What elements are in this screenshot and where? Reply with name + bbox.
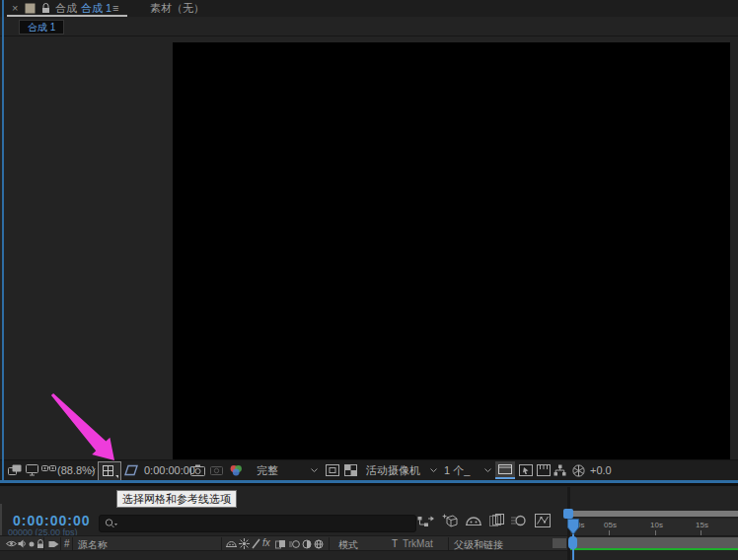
stereo-glasses-icon[interactable]: [41, 464, 56, 475]
preview-timecode[interactable]: 0:00:00:00: [144, 464, 195, 477]
collapse-transformations-icon[interactable]: [239, 538, 250, 549]
ruler-label: 15s: [696, 521, 708, 529]
chevron-down-icon[interactable]: [311, 468, 318, 473]
search-box[interactable]: [99, 515, 416, 532]
mask-visibility-icon[interactable]: [122, 464, 139, 476]
frame-blend-switch-icon[interactable]: [275, 539, 286, 549]
motion-blur-icon[interactable]: [511, 515, 526, 526]
snapshot-camera-icon[interactable]: [190, 464, 205, 476]
column-trkmat[interactable]: TrkMat: [403, 538, 433, 549]
panel-icon: [25, 3, 36, 14]
comp-chip[interactable]: 合成 1: [19, 20, 64, 35]
timeline-zoom-scrollbar[interactable]: [570, 511, 738, 517]
reset-exposure-icon[interactable]: [572, 464, 585, 477]
layer-columns-header: # 源名称 fx 模式 T TrkMat 父级和链接: [0, 535, 567, 551]
active-tab-underline: [7, 15, 127, 17]
ruler-label: 05s: [604, 521, 617, 529]
channel-rgb-icon[interactable]: [229, 464, 243, 476]
column-divider: [448, 537, 449, 550]
column-mode[interactable]: 模式: [338, 538, 358, 552]
transparency-grid-icon[interactable]: [344, 464, 357, 476]
column-preserve-transparency[interactable]: T: [392, 538, 398, 549]
column-parent-link[interactable]: 父级和链接: [454, 538, 503, 552]
column-divider: [43, 537, 44, 550]
close-icon[interactable]: ×: [12, 1, 18, 15]
camera-view-dropdown[interactable]: 活动摄像机: [366, 464, 420, 477]
adjustment-layer-icon[interactable]: [302, 539, 312, 549]
ruler-label: 10s: [650, 521, 663, 529]
mini-flowchart-icon[interactable]: [417, 516, 434, 527]
chevron-down-icon[interactable]: [484, 468, 491, 473]
search-icon[interactable]: [105, 519, 117, 529]
work-area-bar[interactable]: [570, 537, 738, 548]
tab-composition-label[interactable]: 合成: [55, 1, 77, 15]
draft-3d-icon[interactable]: [442, 514, 459, 528]
column-divider: [221, 537, 222, 550]
cached-frames-indicator: [570, 548, 738, 550]
ruler-tick: [701, 530, 701, 535]
timeline-button-icon[interactable]: [537, 464, 551, 476]
eye-icon[interactable]: [6, 539, 17, 548]
column-divider: [60, 537, 61, 550]
column-source-name[interactable]: 源名称: [78, 538, 108, 552]
graph-editor-icon[interactable]: [535, 514, 551, 527]
after-effects-window: × 合成 合成 1 ≡ 素材（无） 合成 1: [0, 0, 738, 560]
motion-blur-switch-icon[interactable]: [289, 539, 300, 549]
timeline-zoom-handle[interactable]: [563, 509, 573, 519]
tab-footage[interactable]: 素材（无）: [150, 1, 204, 15]
quality-icon[interactable]: [252, 538, 260, 549]
composition-frame[interactable]: [173, 42, 730, 460]
time-ruler[interactable]: 0s 05s 10s 15s: [570, 519, 738, 536]
always-preview-icon[interactable]: [8, 464, 22, 476]
column-divider: [329, 537, 330, 550]
panel-focus-border-left: [2, 0, 4, 484]
comp-flowchart-icon[interactable]: [554, 464, 566, 476]
shy-layers-icon[interactable]: [466, 516, 481, 526]
view-layout-dropdown[interactable]: 1 个_: [444, 464, 470, 477]
column-divider: [72, 537, 73, 550]
display-icon[interactable]: [26, 464, 38, 476]
3d-layer-icon[interactable]: [314, 539, 324, 549]
exposure-value[interactable]: +0.0: [590, 464, 612, 477]
tooltip: 选择网格和参考线选项: [116, 490, 237, 508]
panel-menu-icon[interactable]: ≡: [112, 1, 118, 15]
column-number[interactable]: #: [64, 538, 70, 549]
tab-composition-name[interactable]: 合成 1: [81, 1, 111, 15]
playhead-head-icon[interactable]: [567, 519, 579, 535]
audio-icon[interactable]: [18, 539, 27, 548]
search-input[interactable]: [121, 517, 411, 530]
ruler-tick: [609, 530, 610, 535]
region-of-interest-icon[interactable]: [326, 464, 339, 476]
composition-tab-bar: × 合成 合成 1 ≡ 素材（无）: [0, 0, 738, 17]
resolution-dropdown[interactable]: 完整: [257, 464, 278, 477]
header-end-cap: [553, 538, 566, 548]
lock-icon[interactable]: [41, 3, 50, 14]
ruler-tick: [655, 530, 656, 535]
chevron-down-icon[interactable]: [430, 468, 437, 473]
chevron-down-icon[interactable]: [89, 468, 96, 473]
label-color-icon[interactable]: [48, 539, 59, 549]
effects-switch-icon[interactable]: fx: [262, 537, 270, 548]
fast-previews-icon[interactable]: [519, 464, 533, 476]
current-timecode[interactable]: 0:00:00:00: [13, 513, 91, 528]
shy-switch-icon[interactable]: [226, 539, 237, 548]
composition-toolbar: (88.8%) 0:00:00:00 完整: [0, 459, 738, 481]
playhead-workarea-handle[interactable]: [568, 536, 577, 549]
show-snapshot-icon[interactable]: [210, 464, 223, 476]
composition-viewer[interactable]: [0, 35, 738, 460]
grid-guides-options-button[interactable]: [98, 461, 121, 481]
frame-blending-icon[interactable]: [489, 514, 504, 526]
composition-panel: × 合成 合成 1 ≡ 素材（无） 合成 1: [0, 0, 738, 484]
solo-icon[interactable]: [29, 541, 35, 547]
pixel-aspect-correction-button[interactable]: [495, 461, 515, 479]
